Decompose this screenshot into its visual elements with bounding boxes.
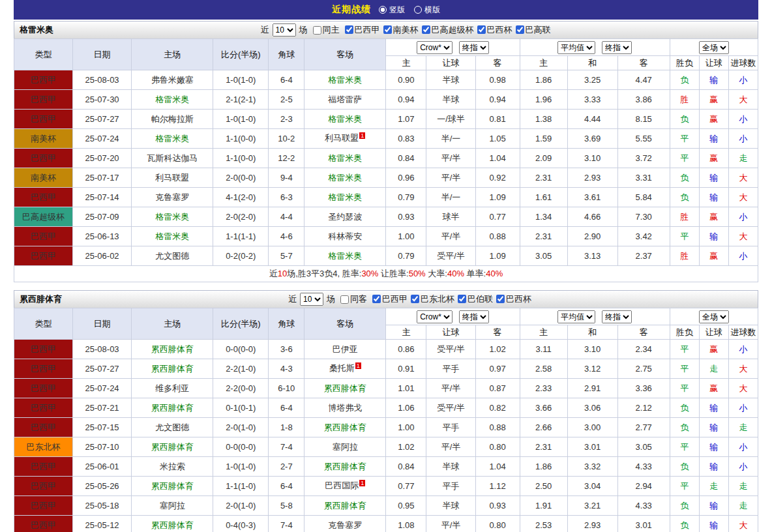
same-venue-label: 同客 [350, 293, 367, 305]
subcol-away-odds: 客 [475, 325, 520, 340]
type-cell: 巴西甲 [14, 90, 73, 110]
handicap-cell: 平手 [426, 477, 475, 496]
league-filter-option[interactable]: 巴西杯 [496, 293, 531, 305]
league-filter-option[interactable]: 南美杯 [383, 24, 419, 36]
score-cell: 1-0(1-0) [213, 70, 269, 90]
subcol-avg-away: 客 [617, 325, 670, 340]
recent-count-select[interactable]: 10 [300, 293, 323, 306]
match-row: 巴西甲25-07-15尤文图德2-0(1-0)1-8累西腓体育1.00平手0.8… [14, 418, 758, 437]
match-row: 巴西甲25-08-03累西腓体育0-0(0-0)3-6巴伊亚0.86受平/半1.… [14, 340, 758, 359]
corners-cell: 6-4 [269, 70, 304, 90]
league-checkbox[interactable] [383, 25, 392, 34]
away-team-cell: 塞阿拉 [304, 437, 386, 457]
avg-draw-cell: 2.90 [567, 227, 617, 246]
date-cell: 25-07-30 [73, 90, 132, 110]
away-odds-cell: 0.82 [475, 398, 520, 418]
summary-text: 让胜率: [378, 269, 408, 278]
odds-company-select[interactable]: Crow* [417, 41, 453, 54]
date-cell: 25-05-12 [73, 516, 132, 532]
away-odds-cell: 0.81 [475, 110, 520, 129]
scope-select[interactable]: 全场 [699, 310, 729, 323]
results-body: 巴西甲25-08-03弗鲁米嫩塞1-0(1-0)6-4格雷米奥0.90半球0.9… [14, 70, 758, 266]
goals-result-cell: 小 [728, 398, 758, 418]
home-odds-cell: 1.00 [386, 418, 426, 437]
score-cell: 2-1(2-1) [213, 90, 269, 110]
vertical-view-option[interactable]: 竖版 [379, 5, 405, 16]
match-row: 巴西甲25-05-18塞阿拉2-0(1-0)5-8累西腓体育0.95半球0.93… [14, 496, 758, 516]
date-cell: 25-06-02 [73, 246, 132, 266]
handicap-cell: 平/半 [426, 168, 475, 188]
average-select[interactable]: 平均值 [557, 310, 595, 323]
away-odds-cell: 0.92 [475, 168, 520, 188]
league-filter-option[interactable]: 巴高超级杯 [422, 24, 474, 36]
league-checkbox[interactable] [372, 295, 381, 303]
avg-draw-cell: 3.06 [567, 398, 617, 418]
avg-draw-cell: 3.25 [567, 70, 617, 90]
league-filter-option[interactable]: 巴西杯 [477, 24, 512, 36]
average-stage-select[interactable]: 终指 [602, 310, 632, 323]
subcol-goals-result: 进球数 [728, 325, 758, 340]
league-filter-option[interactable]: 巴高联 [516, 24, 551, 36]
score-cell: 1-1(1-1) [213, 227, 269, 246]
avg-away-cell: 2.12 [617, 398, 670, 418]
handicap-cell: 平/半 [426, 149, 475, 168]
type-cell: 巴西甲 [14, 418, 73, 437]
average-select[interactable]: 平均值 [557, 41, 595, 54]
team-link: 格雷米奥 [155, 212, 189, 222]
subcol-avg-home: 主 [520, 56, 567, 70]
score-cell: 2-0(1-0) [213, 496, 269, 516]
result-cell: 负 [670, 398, 699, 418]
league-checkbox[interactable] [516, 25, 524, 34]
avg-home-cell: 1.96 [520, 90, 567, 110]
handicap-cell: 平手 [426, 418, 475, 437]
team-link: 巴西国际 [325, 481, 359, 491]
same-venue-checkbox[interactable] [340, 295, 349, 304]
match-row: 巴西甲25-06-13格雷米奥1-1(1-1)4-6科林蒂安1.00平/半0.8… [14, 227, 758, 246]
type-cell: 巴西甲 [14, 340, 73, 359]
odds-stage-select[interactable]: 终指 [459, 310, 489, 323]
league-filter-option[interactable]: 巴西甲 [345, 24, 380, 36]
odds-stage-select[interactable]: 终指 [459, 41, 489, 54]
league-checkbox[interactable] [458, 295, 466, 303]
away-odds-cell: 0.77 [475, 207, 520, 227]
subcol-result: 胜负 [670, 325, 699, 340]
recent-count-select[interactable]: 10 [273, 23, 296, 37]
type-cell: 巴西甲 [14, 398, 73, 418]
same-venue-option[interactable]: 同主 [313, 24, 340, 36]
league-checkbox[interactable] [422, 25, 430, 34]
avg-home-cell: 2.50 [520, 477, 567, 496]
league-filter-option[interactable]: 巴东北杯 [411, 293, 454, 305]
avg-draw-cell: 3.33 [567, 90, 617, 110]
away-odds-cell: 0.88 [475, 227, 520, 246]
same-venue-checkbox[interactable] [313, 26, 321, 35]
league-label: 巴西甲 [382, 293, 408, 305]
team-header-bar: 格雷米奥 近 10 场 同主 巴西甲南美杯巴高超级杯巴西杯巴高联 [14, 21, 758, 38]
handicap-result-cell: 输 [699, 70, 728, 90]
score-cell: 0-0(0-0) [213, 437, 269, 457]
average-stage-select[interactable]: 终指 [602, 41, 632, 54]
away-team-cell: 格雷米奥 [304, 70, 386, 90]
rank-badge: 1 [355, 362, 361, 369]
result-cell: 负 [670, 516, 699, 532]
league-filter-option[interactable]: 巴西甲 [372, 293, 408, 305]
date-cell: 25-06-01 [73, 457, 132, 477]
league-checkbox[interactable] [477, 25, 486, 34]
team-link: 格雷米奥 [328, 192, 362, 202]
avg-draw-cell: 3.32 [567, 457, 617, 477]
team-link: 尤文图德 [155, 251, 189, 261]
avg-away-cell: 3.72 [617, 149, 670, 168]
horizontal-view-option[interactable]: 横版 [414, 5, 440, 16]
home-team-cell: 米拉索 [132, 457, 213, 477]
league-checkbox[interactable] [411, 295, 419, 303]
horizontal-view-radio[interactable] [414, 6, 422, 14]
team-link: 累西腓体育 [324, 462, 366, 471]
avg-draw-cell: 3.01 [567, 437, 617, 457]
scope-select[interactable]: 全场 [699, 41, 729, 54]
same-venue-option[interactable]: 同客 [340, 293, 367, 305]
league-filter-option[interactable]: 巴伯联 [458, 293, 493, 305]
vertical-view-radio[interactable] [379, 6, 387, 14]
league-checkbox[interactable] [345, 25, 353, 34]
score-cell: 2-0(2-0) [213, 207, 269, 227]
league-checkbox[interactable] [496, 295, 505, 303]
odds-company-select[interactable]: Crow* [417, 310, 453, 323]
